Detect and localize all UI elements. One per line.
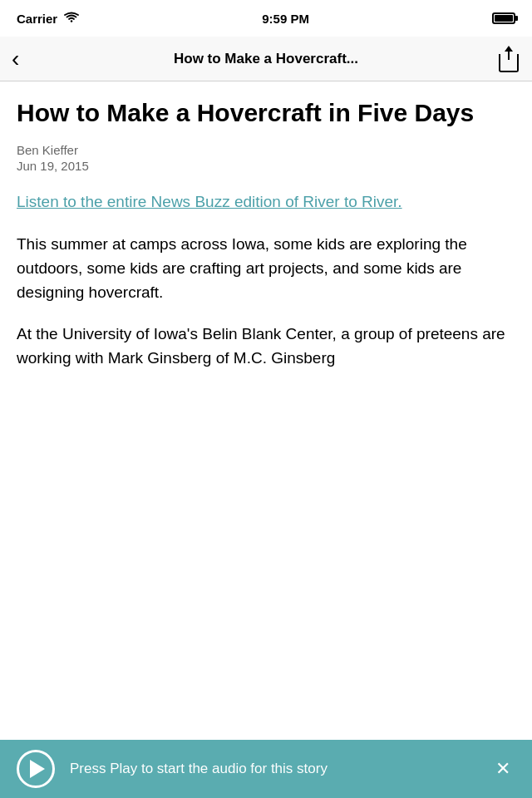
nav-bar: ‹ How to Make a Hovercraft... <box>0 37 532 81</box>
article-body: This summer at camps across Iowa, some k… <box>17 232 515 371</box>
article-author: Ben Kieffer <box>17 143 515 157</box>
battery-fill <box>495 15 513 22</box>
audio-close-button[interactable]: ✕ <box>490 756 515 781</box>
back-chevron-icon: ‹ <box>12 47 19 71</box>
play-button[interactable] <box>17 750 55 788</box>
article-paragraph-1: This summer at camps across Iowa, some k… <box>17 232 515 305</box>
article-content: How to Make a Hovercraft in Five Days Be… <box>0 81 532 740</box>
article-meta: Ben Kieffer Jun 19, 2015 <box>17 143 515 173</box>
audio-bar-text: Press Play to start the audio for this s… <box>70 760 475 778</box>
article-date: Jun 19, 2015 <box>17 159 515 173</box>
audio-bar: Press Play to start the audio for this s… <box>0 740 532 798</box>
close-icon: ✕ <box>495 760 510 778</box>
play-icon <box>30 760 45 778</box>
wifi-icon <box>64 12 79 26</box>
article-paragraph-2: At the University of Iowa's Belin Blank … <box>17 322 515 371</box>
status-bar: Carrier 9:59 PM <box>0 0 532 37</box>
article-link[interactable]: Listen to the entire News Buzz edition o… <box>17 191 515 214</box>
back-button[interactable]: ‹ <box>12 41 42 77</box>
status-time: 9:59 PM <box>262 12 309 26</box>
carrier-label: Carrier <box>17 12 57 26</box>
share-icon <box>497 46 520 72</box>
status-left: Carrier <box>17 12 79 26</box>
share-button[interactable] <box>490 41 520 77</box>
article-title: How to Make a Hovercraft in Five Days <box>17 98 515 128</box>
battery-icon <box>492 12 515 24</box>
nav-title: How to Make a Hovercraft... <box>42 51 490 67</box>
status-right <box>492 12 515 24</box>
